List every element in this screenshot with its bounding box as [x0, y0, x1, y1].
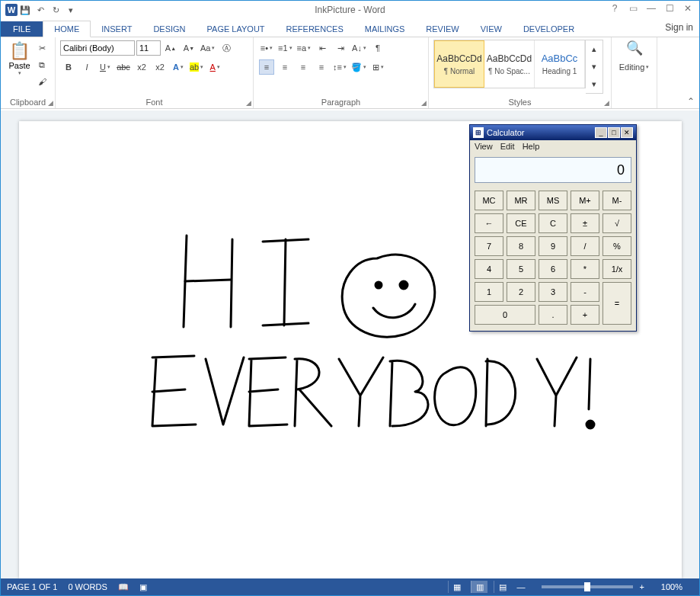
styles-dialog-launcher[interactable]: ◢: [604, 99, 609, 107]
copy-button[interactable]: ⧉: [34, 57, 50, 72]
style-heading-1[interactable]: AaBbCc Heading 1: [535, 40, 585, 88]
clear-formatting-button[interactable]: Ⓐ: [219, 40, 234, 56]
tab-page-layout[interactable]: PAGE LAYOUT: [197, 21, 276, 37]
show-hide-marks-button[interactable]: ¶: [370, 40, 385, 56]
qat-redo-button[interactable]: ↻: [48, 2, 63, 18]
calc-key-4[interactable]: 4: [475, 259, 503, 279]
style-no-spacing[interactable]: AaBbCcDd ¶ No Spac...: [484, 40, 535, 88]
tab-mailings[interactable]: MAILINGS: [354, 21, 416, 37]
calc-menu-help[interactable]: Help: [523, 142, 540, 151]
calc-key-mr[interactable]: MR: [507, 191, 535, 210]
shading-button[interactable]: 🪣: [350, 59, 367, 75]
calc-key-1[interactable]: 1: [475, 282, 503, 302]
qat-undo-button[interactable]: ↶: [33, 2, 48, 18]
calc-key-mminus[interactable]: M-: [603, 191, 631, 210]
calc-key-percent[interactable]: %: [603, 236, 631, 256]
zoom-out-button[interactable]: —: [516, 582, 525, 591]
qat-save-button[interactable]: 💾: [18, 2, 33, 18]
tab-view[interactable]: VIEW: [470, 21, 513, 37]
font-name-combo[interactable]: [60, 40, 135, 56]
calculator-window[interactable]: ⊞ Calculator _ □ ✕ View Edit Help 0 MC M…: [469, 124, 637, 332]
collapse-ribbon-button[interactable]: ⌃: [687, 96, 695, 107]
calc-key-negate[interactable]: ±: [571, 213, 599, 233]
tab-home[interactable]: HOME: [43, 21, 91, 37]
change-case-button[interactable]: Aa: [200, 40, 216, 56]
numbering-button[interactable]: ≡1: [277, 40, 293, 56]
calc-key-0[interactable]: 0: [475, 305, 535, 325]
style-gallery-more[interactable]: ▾: [587, 76, 602, 92]
print-layout-button[interactable]: ▥: [471, 581, 487, 593]
line-spacing-button[interactable]: ↕≡: [332, 59, 347, 75]
multilevel-list-button[interactable]: ≡a: [296, 40, 312, 56]
word-count[interactable]: 0 WORDS: [68, 582, 107, 591]
cut-button[interactable]: ✂: [34, 40, 50, 56]
calc-key-sqrt[interactable]: √: [603, 213, 631, 233]
tab-insert[interactable]: INSERT: [91, 21, 142, 37]
align-center-button[interactable]: ≡: [277, 59, 292, 75]
zoom-slider[interactable]: [542, 585, 633, 588]
superscript-button[interactable]: x2: [152, 59, 168, 75]
tab-developer[interactable]: DEVELOPER: [513, 21, 585, 37]
calc-maximize-button[interactable]: □: [608, 127, 620, 138]
align-left-button[interactable]: ≡: [259, 59, 274, 75]
calc-key-8[interactable]: 8: [507, 236, 535, 256]
calc-menu-edit[interactable]: Edit: [500, 142, 515, 151]
style-gallery[interactable]: AaBbCcDd ¶ Normal AaBbCcDd ¶ No Spac... …: [433, 40, 586, 88]
zoom-level[interactable]: 100%: [661, 582, 682, 591]
calc-key-minus[interactable]: -: [571, 282, 599, 302]
calc-key-5[interactable]: 5: [507, 259, 535, 279]
format-painter-button[interactable]: 🖌: [34, 74, 50, 89]
web-layout-button[interactable]: ▤: [494, 581, 510, 593]
tab-file[interactable]: FILE: [1, 21, 43, 37]
calc-minimize-button[interactable]: _: [595, 127, 607, 138]
shrink-font-button[interactable]: A▼: [181, 40, 197, 56]
calc-key-c[interactable]: C: [539, 213, 567, 233]
underline-button[interactable]: U: [97, 59, 113, 75]
tab-references[interactable]: REFERENCES: [276, 21, 354, 37]
style-gallery-down[interactable]: ▾: [587, 59, 602, 75]
calc-key-mc[interactable]: MC: [475, 191, 503, 210]
calc-key-9[interactable]: 9: [539, 236, 567, 256]
justify-button[interactable]: ≡: [314, 59, 329, 75]
calc-title-bar[interactable]: ⊞ Calculator _ □ ✕: [470, 125, 636, 140]
sign-in-link[interactable]: Sign in: [665, 22, 693, 33]
calc-key-ms[interactable]: MS: [539, 191, 567, 210]
italic-button[interactable]: I: [79, 59, 94, 75]
calc-key-ce[interactable]: CE: [507, 213, 535, 233]
calc-key-equals[interactable]: =: [603, 282, 631, 325]
paste-button[interactable]: 📋 Paste ▾: [5, 40, 34, 90]
calc-key-3[interactable]: 3: [539, 282, 567, 302]
align-right-button[interactable]: ≡: [296, 59, 311, 75]
clipboard-dialog-launcher[interactable]: ◢: [48, 99, 53, 107]
subscript-button[interactable]: x2: [134, 59, 149, 75]
sort-button[interactable]: A↓: [351, 40, 367, 56]
style-normal[interactable]: AaBbCcDd ¶ Normal: [434, 40, 484, 88]
read-mode-button[interactable]: ▦: [448, 581, 465, 593]
calc-key-multiply[interactable]: *: [571, 259, 599, 279]
close-button[interactable]: ✕: [679, 2, 696, 14]
calc-close-button[interactable]: ✕: [621, 127, 633, 138]
calc-key-2[interactable]: 2: [507, 282, 535, 302]
decrease-indent-button[interactable]: ⇤: [315, 40, 330, 56]
maximize-button[interactable]: ☐: [661, 2, 678, 14]
paragraph-dialog-launcher[interactable]: ◢: [421, 99, 427, 107]
highlight-button[interactable]: ab: [189, 59, 204, 75]
grow-font-button[interactable]: A▲: [163, 40, 178, 56]
zoom-in-button[interactable]: +: [639, 582, 644, 591]
font-size-combo[interactable]: [136, 40, 161, 56]
style-gallery-up[interactable]: ▴: [587, 41, 602, 57]
strikethrough-button[interactable]: abc: [116, 59, 131, 75]
spellcheck-button[interactable]: 📖: [118, 582, 129, 592]
calc-key-plus[interactable]: +: [571, 305, 599, 325]
calc-key-decimal[interactable]: .: [539, 305, 567, 325]
zoom-thumb[interactable]: [584, 582, 590, 591]
font-dialog-launcher[interactable]: ◢: [246, 99, 251, 107]
increase-indent-button[interactable]: ⇥: [333, 40, 348, 56]
calc-menu-view[interactable]: View: [475, 142, 493, 151]
tab-design[interactable]: DESIGN: [142, 21, 196, 37]
macro-record-button[interactable]: ▣: [139, 582, 147, 592]
qat-customize-button[interactable]: ▾: [63, 2, 78, 18]
bullets-button[interactable]: ≡•: [259, 40, 274, 56]
editing-dropdown[interactable]: Editing: [618, 59, 650, 75]
calc-key-mplus[interactable]: M+: [571, 191, 599, 210]
